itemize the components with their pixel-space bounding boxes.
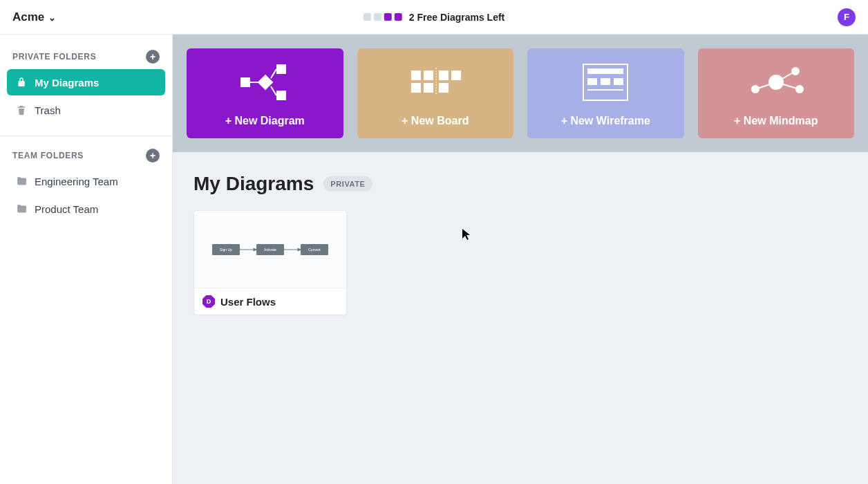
svg-rect-3: [258, 75, 274, 91]
create-strip: + New Diagram + New Board: [173, 35, 868, 152]
document-thumb: Sign Up Activate Convert: [194, 211, 346, 288]
usage-label: 2 Free Diagrams Left: [409, 12, 505, 23]
board-icon: [357, 58, 514, 106]
svg-rect-7: [424, 83, 433, 93]
sidebar-section-title: TEAM FOLDERS: [12, 151, 84, 160]
org-switcher[interactable]: Acme ⌄: [12, 10, 56, 24]
usage-dots: [364, 13, 402, 21]
mindmap-icon: [698, 58, 855, 106]
svg-rect-14: [587, 78, 597, 85]
thumb-step-label: Sign Up: [220, 248, 232, 252]
main: + New Diagram + New Board: [173, 35, 868, 484]
svg-text:D: D: [207, 298, 211, 305]
new-mindmap-button[interactable]: + New Mindmap: [698, 48, 855, 138]
chevron-down-icon: ⌄: [48, 12, 56, 23]
create-card-label: + New Diagram: [225, 115, 305, 127]
lock-icon: [15, 76, 28, 89]
new-wireframe-button[interactable]: + New Wireframe: [527, 48, 684, 138]
sidebar-section-head: TEAM FOLDERS +: [7, 149, 165, 168]
svg-rect-5: [424, 71, 433, 80]
card-grid: Sign Up Activate Convert D User Flows: [194, 210, 847, 315]
create-card-label: + New Board: [402, 115, 469, 127]
sidebar-divider: [0, 136, 172, 136]
page-title: My Diagrams: [194, 173, 314, 195]
folder-icon: [15, 175, 28, 187]
usage-meter[interactable]: 2 Free Diagrams Left: [364, 12, 505, 23]
thumb-step-label: Activate: [264, 248, 276, 252]
wireframe-icon: [527, 58, 684, 106]
body: PRIVATE FOLDERS + My Diagrams Trash: [0, 35, 868, 484]
new-diagram-button[interactable]: + New Diagram: [187, 48, 343, 138]
svg-marker-29: [254, 248, 256, 251]
document-title: User Flows: [220, 296, 276, 308]
usage-dot-used: [374, 13, 381, 21]
sidebar-item-label: Engineering Team: [35, 176, 118, 187]
sidebar-section-private: PRIVATE FOLDERS + My Diagrams Trash: [7, 50, 165, 123]
thumb-step-label: Convert: [308, 248, 321, 252]
sidebar-section-team: TEAM FOLDERS + Engineering Team Product …: [7, 149, 165, 222]
folder-icon: [15, 203, 28, 215]
svg-rect-16: [614, 78, 623, 85]
sidebar-list: Engineering Team Product Team: [7, 168, 165, 222]
diagram-type-icon: D: [202, 295, 215, 308]
svg-rect-9: [451, 71, 461, 80]
svg-rect-17: [587, 89, 623, 91]
page-head: My Diagrams PRIVATE: [194, 173, 847, 195]
sidebar-section-head: PRIVATE FOLDERS +: [7, 50, 165, 69]
svg-point-23: [792, 68, 799, 75]
svg-rect-8: [439, 71, 449, 80]
sidebar-item-product[interactable]: Product Team: [7, 196, 165, 222]
svg-rect-4: [411, 71, 421, 80]
sidebar-item-my-diagrams[interactable]: My Diagrams: [7, 69, 165, 95]
svg-rect-6: [411, 83, 421, 93]
svg-point-22: [752, 86, 759, 93]
content: My Diagrams PRIVATE: [173, 152, 868, 336]
sidebar-section-title: PRIVATE FOLDERS: [12, 52, 96, 62]
avatar[interactable]: F: [838, 8, 856, 26]
add-team-folder-button[interactable]: +: [146, 149, 160, 162]
svg-point-24: [796, 86, 803, 93]
svg-rect-1: [276, 91, 286, 100]
new-board-button[interactable]: + New Board: [357, 48, 514, 138]
svg-rect-0: [276, 64, 286, 74]
usage-dot-remaining: [395, 13, 402, 21]
usage-dot-remaining: [384, 13, 392, 21]
add-private-folder-button[interactable]: +: [146, 50, 160, 64]
usage-dot-used: [364, 13, 371, 21]
sidebar-item-label: Trash: [35, 104, 61, 116]
visibility-badge: PRIVATE: [323, 176, 372, 192]
create-card-label: + New Mindmap: [734, 115, 818, 127]
sidebar: PRIVATE FOLDERS + My Diagrams Trash: [0, 35, 173, 484]
document-meta: D User Flows: [194, 288, 346, 315]
topbar: Acme ⌄ 2 Free Diagrams Left F: [0, 0, 868, 35]
trash-icon: [15, 104, 28, 116]
org-name: Acme: [12, 10, 44, 24]
svg-rect-15: [601, 78, 610, 85]
document-card[interactable]: Sign Up Activate Convert D User Flows: [194, 210, 347, 315]
sidebar-item-label: My Diagrams: [35, 77, 99, 89]
create-card-label: + New Wireframe: [561, 115, 650, 127]
sidebar-item-engineering[interactable]: Engineering Team: [7, 168, 165, 194]
avatar-initial: F: [844, 12, 849, 22]
svg-point-21: [769, 75, 783, 89]
sidebar-item-label: Product Team: [35, 203, 98, 215]
sidebar-list: My Diagrams Trash: [7, 69, 165, 123]
svg-rect-13: [587, 68, 623, 74]
svg-rect-2: [240, 77, 250, 87]
sidebar-item-trash[interactable]: Trash: [7, 97, 165, 123]
svg-rect-10: [439, 83, 449, 93]
svg-marker-31: [298, 248, 301, 251]
diagram-icon: [187, 58, 343, 106]
